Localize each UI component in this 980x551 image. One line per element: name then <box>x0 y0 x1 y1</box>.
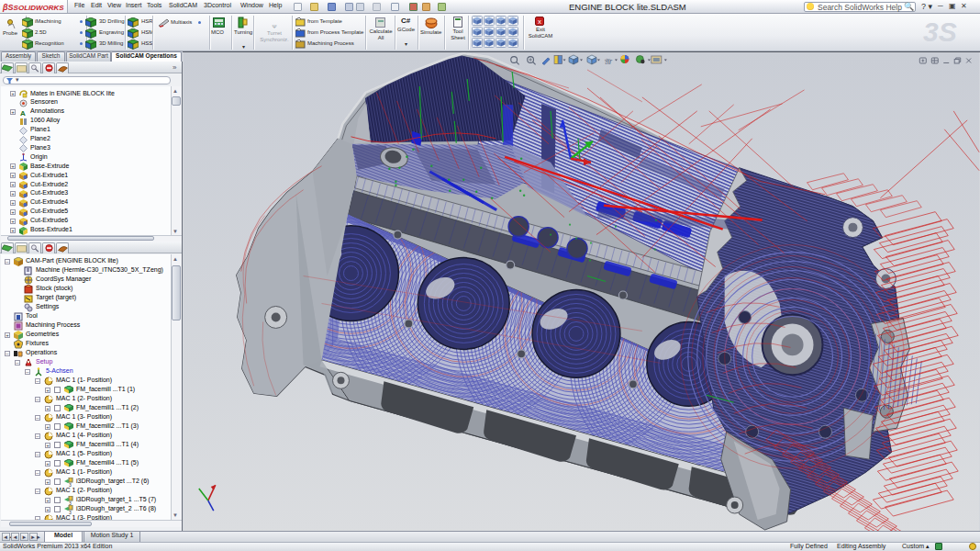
svg-text:𝔄r: 𝔄r <box>604 57 613 66</box>
svg-text:A: A <box>20 109 26 117</box>
